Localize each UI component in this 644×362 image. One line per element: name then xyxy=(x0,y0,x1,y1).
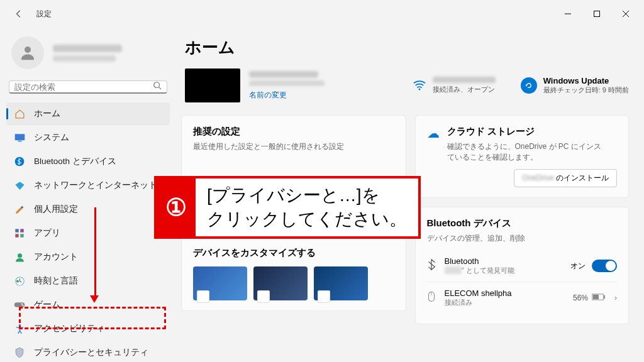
chevron-right-icon: › xyxy=(614,293,617,302)
onedrive-install-button[interactable]: OneDrive のインストール xyxy=(514,169,617,187)
avatar xyxy=(11,36,44,69)
cloud-icon: ☁ xyxy=(427,126,440,141)
apps-icon xyxy=(14,228,25,239)
theme-thumb[interactable] xyxy=(193,266,247,300)
user-name-blurred xyxy=(53,45,122,62)
svg-point-17 xyxy=(16,280,18,282)
svg-rect-7 xyxy=(14,134,25,140)
nav-label: 個人用設定 xyxy=(34,204,78,215)
annotation-text: [プライバシーと…]を クリックしてください。 xyxy=(196,178,418,236)
back-button[interactable] xyxy=(10,5,28,23)
nav-bluetooth[interactable]: Bluetooth とデバイス xyxy=(6,150,170,173)
theme-thumb[interactable] xyxy=(253,266,308,300)
sidebar: ホーム システム Bluetooth とデバイス ネットワークとインターネット … xyxy=(0,28,176,362)
wifi-status-text: 接続済み、オープン xyxy=(433,85,496,94)
accessibility-icon xyxy=(14,323,25,334)
nav-label: プライバシーとセキュリティ xyxy=(34,347,148,358)
nav-network[interactable]: ネットワークとインターネット xyxy=(6,174,170,197)
mouse-icon xyxy=(427,291,436,305)
rename-link[interactable]: 名前の変更 xyxy=(249,90,325,101)
svg-point-23 xyxy=(418,88,420,90)
nav-label: Bluetooth とデバイス xyxy=(34,156,116,167)
svg-rect-12 xyxy=(15,234,18,237)
update-icon xyxy=(521,77,537,94)
svg-rect-29 xyxy=(593,295,599,299)
theme-thumb[interactable] xyxy=(314,266,368,300)
card-title: デバイスをカスタマイズする xyxy=(193,247,394,259)
privacy-icon xyxy=(14,347,25,358)
device-status: 接続済み xyxy=(445,298,512,307)
svg-rect-10 xyxy=(15,229,18,232)
nav-system[interactable]: システム xyxy=(6,126,170,149)
nav-label: ネットワークとインターネット xyxy=(34,180,157,191)
svg-rect-30 xyxy=(604,295,605,299)
nav-label: ホーム xyxy=(34,108,60,119)
card-title: Bluetooth デバイス xyxy=(427,217,617,229)
bluetooth-icon xyxy=(427,259,436,273)
network-icon xyxy=(14,180,25,191)
card-title: クラウド ストレージ xyxy=(447,126,617,138)
battery-pct: 56% xyxy=(573,293,588,302)
system-icon xyxy=(14,132,25,143)
maximize-button[interactable] xyxy=(582,4,611,24)
home-icon xyxy=(14,108,25,119)
minimize-button[interactable] xyxy=(553,4,582,24)
bluetooth-icon xyxy=(14,156,25,167)
svg-rect-1 xyxy=(594,11,600,17)
bt-sub: " として発見可能 xyxy=(462,266,514,274)
wu-title: Windows Update xyxy=(543,76,629,85)
svg-rect-13 xyxy=(20,234,23,237)
search-box[interactable] xyxy=(9,80,167,94)
wifi-status[interactable]: 接続済み、オープン xyxy=(413,77,496,94)
annotation-number: ① xyxy=(157,178,196,236)
nav-privacy[interactable]: プライバシーとセキュリティ xyxy=(6,341,170,362)
svg-point-20 xyxy=(22,305,23,306)
device-block[interactable]: 名前の変更 xyxy=(185,69,325,102)
nav-gaming[interactable]: ゲーム xyxy=(6,293,170,316)
search-icon xyxy=(153,81,162,92)
wu-last-check: 最終チェック日時: 9 時間前 xyxy=(543,85,629,95)
svg-rect-11 xyxy=(20,229,23,232)
nav-accounts[interactable]: アカウント xyxy=(6,246,170,268)
titlebar: 設定 xyxy=(0,0,644,28)
nav-home[interactable]: ホーム xyxy=(6,102,170,125)
nav-time[interactable]: 時刻と言語 xyxy=(6,270,170,292)
nav-label: ゲーム xyxy=(34,299,60,310)
svg-rect-8 xyxy=(18,141,21,141)
device-name: ELECOM shellpha xyxy=(445,288,512,298)
cloud-card: ☁ クラウド ストレージ 確認できるように、OneDrive が PC にインス… xyxy=(415,115,629,198)
card-title: 推奨の設定 xyxy=(193,126,394,138)
svg-point-4 xyxy=(25,47,31,53)
time-icon xyxy=(14,275,25,287)
device-model-blurred xyxy=(249,80,325,86)
cloud-desc2: ていることを確認します。 xyxy=(447,153,538,162)
windows-update-status[interactable]: Windows Update 最終チェック日時: 9 時間前 xyxy=(521,76,629,95)
toggle-label: オン xyxy=(570,261,586,272)
card-desc: デバイスの管理、追加、削除 xyxy=(427,233,617,244)
nav-apps[interactable]: アプリ xyxy=(6,222,170,244)
gaming-icon xyxy=(14,299,25,310)
nav-label: アプリ xyxy=(34,228,60,239)
device-name-blurred xyxy=(249,71,318,78)
svg-point-21 xyxy=(18,324,21,327)
bluetooth-toggle[interactable] xyxy=(592,260,617,272)
card-desc: 最近使用した設定と一般的に使用される設定 xyxy=(193,141,394,152)
nav-label: アクセシビリティ xyxy=(34,323,104,334)
nav-label: システム xyxy=(34,132,69,143)
personalization-icon xyxy=(14,204,25,215)
nav-personalization[interactable]: 個人用設定 xyxy=(6,198,170,221)
annotation-arrow xyxy=(93,207,97,302)
wifi-ssid-blurred xyxy=(433,77,496,83)
nav: ホーム システム Bluetooth とデバイス ネットワークとインターネット … xyxy=(6,102,170,362)
close-button[interactable] xyxy=(611,4,640,24)
device-image xyxy=(185,69,240,102)
svg-line-6 xyxy=(159,87,162,90)
accounts-icon xyxy=(14,251,25,263)
svg-point-14 xyxy=(17,253,21,258)
nav-accessibility[interactable]: アクセシビリティ xyxy=(6,317,170,340)
svg-point-19 xyxy=(21,303,23,304)
user-block[interactable] xyxy=(6,28,170,80)
app-title: 設定 xyxy=(36,9,52,19)
search-input[interactable] xyxy=(14,82,153,92)
page-title: ホーム xyxy=(181,28,629,69)
